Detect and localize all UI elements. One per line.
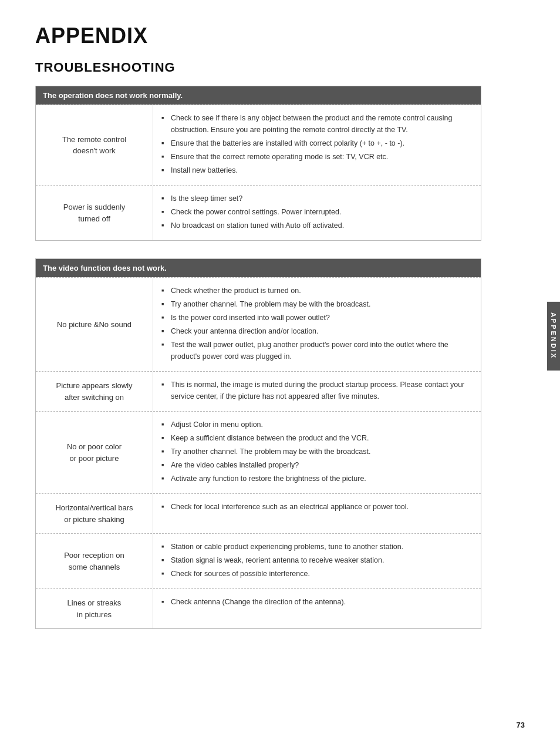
section-title: TROUBLESHOOTING <box>35 60 481 75</box>
solution-poor-color: Adjust Color in menu option. Keep a suff… <box>153 412 481 493</box>
solution-picture-slow: This is normal, the image is muted durin… <box>153 372 481 411</box>
list-item: Is the sleep timer set? <box>161 193 473 204</box>
table-row: Picture appears slowlyafter switching on… <box>36 371 481 411</box>
solution-lines: Check antenna (Change the direction of t… <box>153 589 481 628</box>
table-row: Poor reception onsome channels Station o… <box>36 533 481 588</box>
solution-remote-control: Check to see if there is any object betw… <box>153 105 481 185</box>
list-item: Are the video cables installed properly? <box>161 459 473 471</box>
list-item: Try another channel. The problem may be … <box>161 298 473 310</box>
issue-lines: Lines or streaksin pictures <box>36 589 153 628</box>
table-row: The remote controldoesn't work Check to … <box>36 105 481 185</box>
list-item: Is the power cord inserted into wall pow… <box>161 312 473 324</box>
operation-table: The operation does not work normally. Th… <box>35 86 481 241</box>
solution-bars: Check for local interference such as an … <box>153 494 481 533</box>
list-item: Adjust Color in menu option. <box>161 419 473 430</box>
table2-header: The video function does not work. <box>36 259 481 277</box>
table-row: No or poor coloror poor picture Adjust C… <box>36 411 481 493</box>
list-item: Ensure that the correct remote operating… <box>161 151 473 163</box>
list-item: Check whether the product is turned on. <box>161 285 473 297</box>
solution-no-picture: Check whether the product is turned on. … <box>153 278 481 371</box>
list-item: Keep a sufficient distance between the p… <box>161 432 473 444</box>
list-item: Check the power control settings. Power … <box>161 206 473 218</box>
list-item: Check for sources of possible interferen… <box>161 568 473 580</box>
issue-bars: Horizontal/vertical barsor picture shaki… <box>36 494 153 533</box>
page-number: 73 <box>517 721 525 729</box>
list-item: No broadcast on station tuned with Auto … <box>161 220 473 231</box>
issue-poor-reception: Poor reception onsome channels <box>36 534 153 588</box>
list-item: Ensure that the batteries are installed … <box>161 137 473 149</box>
list-item: Station signal is weak, reorient antenna… <box>161 554 473 566</box>
list-item: Check your antenna direction and/or loca… <box>161 325 473 337</box>
table-row: Horizontal/vertical barsor picture shaki… <box>36 493 481 533</box>
list-item: Activate any function to restore the bri… <box>161 473 473 484</box>
issue-power-off: Power is suddenlyturned off <box>36 186 153 240</box>
issue-poor-color: No or poor coloror poor picture <box>36 412 153 493</box>
issue-no-picture: No picture &No sound <box>36 278 153 371</box>
table-row: Lines or streaksin pictures Check antenn… <box>36 588 481 628</box>
issue-picture-slow: Picture appears slowlyafter switching on <box>36 372 153 411</box>
list-item: Check for local interference such as an … <box>161 501 473 513</box>
video-table: The video function does not work. No pic… <box>35 258 481 629</box>
table1-header: The operation does not work normally. <box>36 86 481 105</box>
list-item: Install new batteries. <box>161 164 473 176</box>
solution-power-off: Is the sleep timer set? Check the power … <box>153 186 481 240</box>
list-item: This is normal, the image is muted durin… <box>161 379 473 402</box>
list-item: Test the wall power outlet, plug another… <box>161 339 473 362</box>
issue-remote-control: The remote controldoesn't work <box>36 105 153 185</box>
list-item: Try another channel. The problem may be … <box>161 446 473 457</box>
table-row: No picture &No sound Check whether the p… <box>36 277 481 371</box>
list-item: Station or cable product experiencing pr… <box>161 541 473 553</box>
side-appendix-label: APPENDIX <box>547 302 560 370</box>
list-item: Check to see if there is any object betw… <box>161 112 473 136</box>
solution-poor-reception: Station or cable product experiencing pr… <box>153 534 481 588</box>
list-item: Check antenna (Change the direction of t… <box>161 596 473 608</box>
table-row: Power is suddenlyturned off Is the sleep… <box>36 185 481 240</box>
side-label-text: APPENDIX <box>550 312 557 359</box>
page-title: APPENDIX <box>35 23 481 48</box>
